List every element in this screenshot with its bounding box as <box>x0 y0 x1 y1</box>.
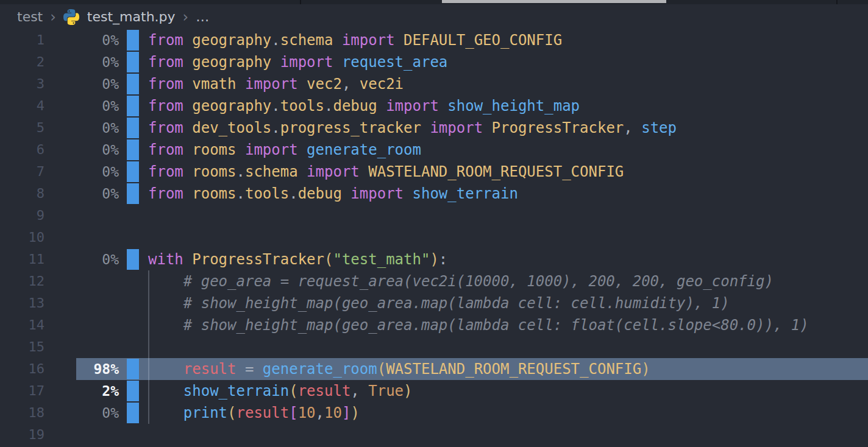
coverage-marker <box>127 139 139 160</box>
code-token: debug <box>333 97 377 114</box>
profile-percent <box>44 227 119 248</box>
code-token: # geo_area = request_area(vec2i(10000, 1… <box>148 273 774 290</box>
code-text[interactable]: from geography.tools.debug import show_h… <box>139 95 580 117</box>
code-token: request_area <box>342 54 447 71</box>
profile-percent: 0% <box>44 161 119 183</box>
code-text[interactable]: with ProgressTracker("test_math"): <box>139 248 447 270</box>
code-text[interactable]: from dev_tools.progress_tracker import P… <box>139 117 677 139</box>
code-line[interactable]: 19 <box>0 424 868 446</box>
code-line[interactable]: 180% print(result[10,10]) <box>0 402 868 424</box>
coverage-marker-slot <box>127 139 139 161</box>
code-token: vec2 <box>307 76 342 93</box>
line-number[interactable]: 7 <box>0 161 44 183</box>
line-number[interactable]: 11 <box>0 248 44 270</box>
code-token: ) <box>430 251 438 268</box>
code-line[interactable]: 14 # show_height_map(geo_area.map(lambda… <box>0 314 868 336</box>
line-number[interactable]: 10 <box>0 227 44 248</box>
code-token: . <box>271 32 280 49</box>
code-text[interactable]: from vmath import vec2, vec2i <box>139 73 404 95</box>
code-token <box>439 97 447 114</box>
code-line[interactable]: 12 # geo_area = request_area(vec2i(10000… <box>0 270 868 292</box>
tab-scrollbar[interactable] <box>442 0 666 3</box>
code-text[interactable]: # show_height_map(geo_area.map(lambda ce… <box>139 292 730 314</box>
breadcrumb-symbol[interactable]: … <box>196 9 210 24</box>
coverage-marker-slot <box>127 314 139 336</box>
line-number[interactable]: 17 <box>0 380 44 402</box>
line-number[interactable]: 4 <box>0 95 44 117</box>
line-number[interactable]: 2 <box>0 51 44 73</box>
line-number[interactable]: 19 <box>0 424 44 446</box>
code-line[interactable]: 40%from geography.tools.debug import sho… <box>0 95 868 117</box>
coverage-marker-slot <box>127 424 139 446</box>
profile-percent: 0% <box>44 73 119 95</box>
line-number[interactable]: 6 <box>0 139 44 161</box>
breadcrumb-folder[interactable]: test <box>17 9 43 24</box>
code-text[interactable]: show_terrain(result, True) <box>139 380 413 402</box>
code-token: result <box>298 382 351 399</box>
code-token: ProgressTracker <box>192 251 324 268</box>
code-text[interactable]: from rooms.schema import WASTELAND_ROOM_… <box>139 161 624 183</box>
code-editor-window: { "breadcrumb": { "folder": "test", "sep… <box>0 0 868 447</box>
code-token <box>342 185 350 202</box>
profile-percent: 0% <box>44 248 119 270</box>
code-line[interactable]: 10 <box>0 227 868 248</box>
code-text[interactable]: from rooms import generate_room <box>139 139 421 161</box>
line-number[interactable]: 3 <box>0 73 44 95</box>
line-number[interactable]: 15 <box>0 336 44 358</box>
code-token: from <box>148 54 192 71</box>
line-number[interactable]: 8 <box>0 183 44 205</box>
code-token <box>237 141 245 158</box>
code-line[interactable]: 80%from rooms.tools.debug import show_te… <box>0 183 868 205</box>
code-text[interactable]: # geo_area = request_area(vec2i(10000, 1… <box>139 270 774 292</box>
code-token: ( <box>324 251 333 268</box>
coverage-marker <box>127 183 139 204</box>
code-line[interactable]: 13 # show_height_map(geo_area.map(lambda… <box>0 292 868 314</box>
code-text[interactable]: from geography import request_area <box>139 51 447 73</box>
line-number[interactable]: 1 <box>0 29 44 51</box>
code-line[interactable]: 10%from geography.schema import DEFAULT_… <box>0 29 868 51</box>
code-text[interactable]: result = generate_room(WASTELAND_ROOM_RE… <box>139 358 650 380</box>
code-line[interactable]: 30%from vmath import vec2, vec2i <box>0 73 868 95</box>
code-line[interactable]: 70%from rooms.schema import WASTELAND_RO… <box>0 161 868 183</box>
code-line[interactable]: 172% show_terrain(result, True) <box>0 380 868 402</box>
tab-bar-bottom-strip <box>0 0 868 4</box>
code-text[interactable]: from rooms.tools.debug import show_terra… <box>139 183 518 205</box>
breadcrumb-file[interactable]: test_math.py <box>87 9 176 24</box>
line-number[interactable]: 16 <box>0 358 44 380</box>
code-token: step <box>641 119 677 136</box>
code-text[interactable]: from geography.schema import DEFAULT_GEO… <box>139 29 562 51</box>
code-line[interactable]: 15 <box>0 336 868 358</box>
line-number[interactable]: 9 <box>0 205 44 227</box>
breadcrumb: test › test_math.py › … <box>0 4 868 29</box>
code-line[interactable]: 50%from dev_tools.progress_tracker impor… <box>0 117 868 139</box>
coverage-marker <box>127 74 139 94</box>
code-token: show_height_map <box>447 97 580 114</box>
profile-percent <box>44 336 119 358</box>
profile-percent: 0% <box>44 117 119 139</box>
code-text[interactable] <box>139 205 148 227</box>
code-text[interactable] <box>139 336 148 358</box>
code-line[interactable]: 60%from rooms import generate_room <box>0 139 868 161</box>
code-token: from <box>148 97 192 114</box>
code-line[interactable]: 20%from geography import request_area <box>0 51 868 73</box>
code-token <box>298 76 307 93</box>
coverage-marker <box>127 359 139 379</box>
code-text[interactable] <box>139 227 148 248</box>
code-token: # show_height_map(geo_area.map(lambda ce… <box>148 317 809 334</box>
code-token <box>271 54 280 71</box>
code-line[interactable]: 110%with ProgressTracker("test_math"): <box>0 248 868 270</box>
code-text[interactable]: # show_height_map(geo_area.map(lambda ce… <box>139 314 809 336</box>
line-number[interactable]: 12 <box>0 270 44 292</box>
code-token: . <box>271 97 280 114</box>
line-number[interactable]: 14 <box>0 314 44 336</box>
code-token: WASTELAND_ROOM_REQUEST_CONFIG <box>386 361 641 378</box>
code-token: import <box>307 163 360 180</box>
code-text[interactable]: print(result[10,10]) <box>139 402 360 424</box>
line-number[interactable]: 13 <box>0 292 44 314</box>
code-text[interactable] <box>139 424 148 446</box>
line-number[interactable]: 5 <box>0 117 44 139</box>
code-line[interactable]: 1698% result = generate_room(WASTELAND_R… <box>0 358 868 380</box>
code-token: from <box>148 76 192 93</box>
line-number[interactable]: 18 <box>0 402 44 424</box>
code-line[interactable]: 9 <box>0 205 868 227</box>
